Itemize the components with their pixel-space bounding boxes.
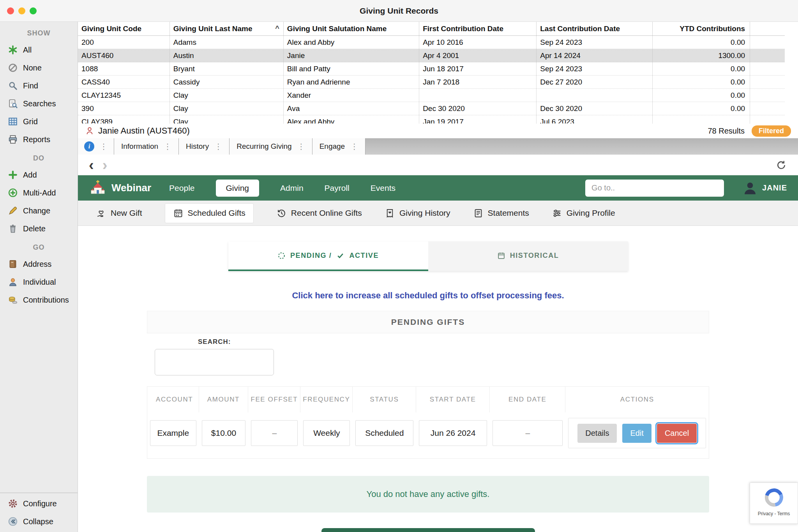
grid-icon <box>8 116 18 127</box>
sidebar-item-address[interactable]: Address <box>0 255 78 273</box>
cell-first-contribution: Jun 18 2017 <box>419 62 537 75</box>
sidebar-item-collapse[interactable]: Collapse <box>0 513 78 530</box>
cancel-button[interactable]: Cancel <box>657 424 697 443</box>
tab-menu-icon[interactable]: ⋮ <box>100 142 108 151</box>
back-icon[interactable]: ‹ <box>89 158 94 173</box>
tab-engage[interactable]: Engage ⋮ <box>312 138 366 155</box>
cell-first-contribution: Jan 19 2017 <box>419 115 537 123</box>
create-new-gift-button[interactable]: CREATE NEW GIFT <box>321 528 535 532</box>
table-row[interactable]: CASS40 Cassidy Ryan and Adrienne Jan 7 2… <box>78 76 785 89</box>
sidebar-item-label: Find <box>23 81 38 90</box>
calendar-icon <box>173 208 184 218</box>
cell-salutation: Alex and Abby <box>284 36 419 49</box>
gift-status-tabs: PENDING / ACTIVE HISTORICAL <box>228 241 628 271</box>
gift-col-start-date: START DATE <box>416 387 490 412</box>
sidebar-item-configure[interactable]: Configure <box>0 495 78 513</box>
table-row[interactable]: 200 Adams Alex and Abby Apr 10 2016 Sep … <box>78 36 785 49</box>
cell-ytd: 0.00 <box>653 76 750 88</box>
sidebar-item-add[interactable]: Add <box>0 166 78 184</box>
info-icon: i <box>84 141 94 151</box>
cell-salutation: Xander <box>284 89 419 102</box>
column-header-ytd[interactable]: YTD Contributions <box>653 22 750 35</box>
gift-row: Example $10.00 – Weekly Scheduled Jun 26… <box>147 412 709 458</box>
gift-end-date: – <box>493 420 563 446</box>
table-row-selected[interactable]: AUST460 Austin Janie Apr 4 2001 Apr 14 2… <box>78 49 785 62</box>
recaptcha-privacy-terms[interactable]: Privacy - Terms <box>758 511 790 516</box>
tab-menu-icon[interactable]: ⋮ <box>297 142 305 151</box>
cell-code: 1088 <box>78 62 170 75</box>
column-header-salutation[interactable]: Giving Unit Salutation Name <box>284 22 419 35</box>
edit-button[interactable]: Edit <box>622 424 651 443</box>
tab-menu-icon[interactable]: ⋮ <box>350 142 358 151</box>
details-button[interactable]: Details <box>577 424 617 443</box>
sidebar-item-multi-add[interactable]: Multi-Add <box>0 184 78 202</box>
sidebar-item-searches[interactable]: Searches <box>0 95 78 113</box>
column-header-last-contribution[interactable]: Last Contribution Date <box>537 22 652 35</box>
receipt-heart-icon <box>385 208 395 218</box>
tab-info[interactable]: i ⋮ <box>78 138 114 155</box>
gift-col-amount: AMOUNT <box>199 387 249 412</box>
giving-subnav: New Gift Scheduled Gifts Recent Online G… <box>78 201 798 226</box>
sidebar-item-contributions[interactable]: Contributions <box>0 291 78 309</box>
gift-col-actions: ACTIONS <box>565 387 708 412</box>
tab-recurring-giving[interactable]: Recurring Giving ⋮ <box>230 138 312 155</box>
table-row[interactable]: 1088 Bryant Bill and Patty Jun 18 2017 S… <box>78 62 785 76</box>
sidebar-item-find[interactable]: Find <box>0 77 78 95</box>
table-row[interactable]: CLAY12345 Clay Xander 0.00 <box>78 89 785 102</box>
tab-label: Engage <box>320 142 345 151</box>
plus-icon <box>8 170 18 180</box>
subnav-statements[interactable]: Statements <box>473 208 529 218</box>
sidebar-item-change[interactable]: Change <box>0 202 78 220</box>
tab-pending-active[interactable]: PENDING / ACTIVE <box>228 241 428 271</box>
sidebar-item-grid[interactable]: Grid <box>0 113 78 130</box>
results-count: 78 Results <box>708 127 745 136</box>
nav-people[interactable]: People <box>169 183 194 193</box>
gift-status: Scheduled <box>355 420 413 446</box>
fee-offset-link[interactable]: Click here to increase all scheduled gif… <box>147 291 709 301</box>
avatar-icon[interactable] <box>742 180 758 196</box>
nav-events[interactable]: Events <box>371 183 395 193</box>
cell-salutation: Alex and Abby <box>284 115 419 123</box>
search-input[interactable] <box>155 349 274 375</box>
table-row[interactable]: CLAY389 Clay Alex and Abby Jan 19 2017 J… <box>78 115 785 123</box>
tab-information[interactable]: Information ⋮ <box>114 138 179 155</box>
sidebar-item-none[interactable]: None <box>0 59 78 77</box>
column-header-code[interactable]: Giving Unit Code <box>78 22 170 35</box>
sidebar-item-all[interactable]: All <box>0 41 78 59</box>
person-outline-icon <box>85 126 94 136</box>
sidebar-item-label: Change <box>23 206 50 215</box>
refresh-icon[interactable] <box>775 159 787 171</box>
user-name[interactable]: JANIE <box>762 183 787 192</box>
nav-giving[interactable]: Giving <box>216 180 260 197</box>
subnav-new-gift[interactable]: New Gift <box>96 208 142 218</box>
recaptcha-badge[interactable]: Privacy - Terms <box>750 483 798 524</box>
tab-menu-icon[interactable]: ⋮ <box>164 142 171 151</box>
address-book-icon <box>8 259 18 269</box>
gifts-table-header: ACCOUNT AMOUNT FEE OFFSET FREQUENCY STAT… <box>147 387 709 412</box>
sidebar-item-delete[interactable]: Delete <box>0 220 78 238</box>
column-header-lastname[interactable]: Giving Unit Last Name ^ <box>170 22 284 35</box>
sidebar-item-individual[interactable]: Individual <box>0 273 78 291</box>
forward-icon[interactable]: › <box>102 158 108 173</box>
subnav-scheduled-gifts[interactable]: Scheduled Gifts <box>165 203 254 223</box>
nav-admin[interactable]: Admin <box>280 183 304 193</box>
tab-label: ACTIVE <box>349 252 379 260</box>
nav-payroll[interactable]: Payroll <box>325 183 350 193</box>
subnav-giving-profile[interactable]: Giving Profile <box>552 208 615 218</box>
table-row[interactable]: 390 Clay Ava Dec 30 2020 Dec 30 2020 0.0… <box>78 102 785 115</box>
sidebar: SHOW All None Find Searches Grid <box>0 22 78 532</box>
column-header-first-contribution[interactable]: First Contribution Date <box>419 22 537 35</box>
filtered-badge[interactable]: Filtered <box>752 125 791 137</box>
sidebar-item-reports[interactable]: Reports <box>0 130 78 148</box>
cell-lastname: Clay <box>170 115 284 123</box>
goto-input[interactable] <box>585 180 724 197</box>
subnav-label: Giving Profile <box>567 208 615 218</box>
no-active-gifts-message: You do not have any active gifts. <box>147 476 709 513</box>
tab-menu-icon[interactable]: ⋮ <box>214 142 222 151</box>
tab-historical[interactable]: HISTORICAL <box>428 241 628 271</box>
calendar-icon <box>497 252 505 260</box>
tab-history[interactable]: History ⋮ <box>179 138 230 155</box>
subnav-recent-online-gifts[interactable]: Recent Online Gifts <box>276 208 362 218</box>
subnav-label: New Gift <box>111 208 142 218</box>
subnav-giving-history[interactable]: Giving History <box>385 208 450 218</box>
